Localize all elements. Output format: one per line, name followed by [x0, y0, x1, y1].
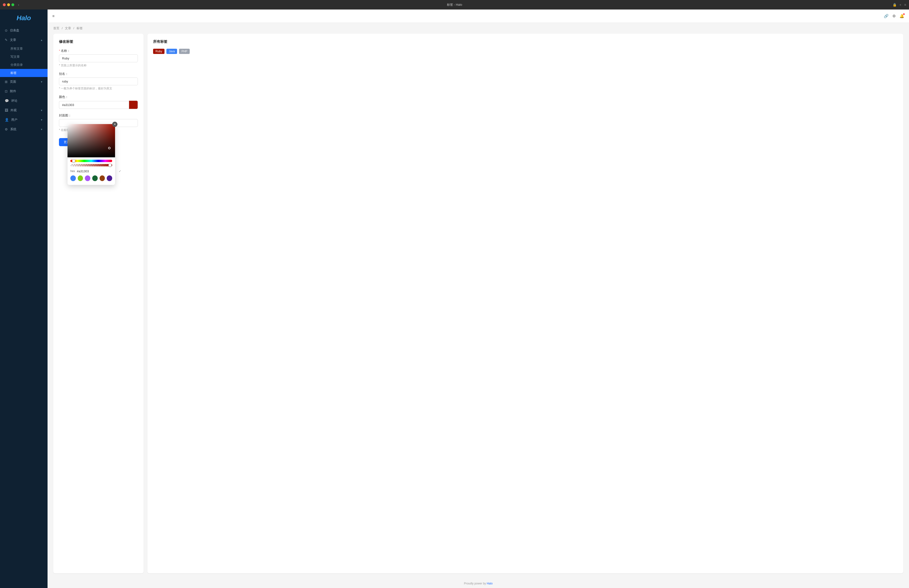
sidebar-item-articles[interactable]: ✎ 文章 ▲: [0, 35, 48, 45]
notification-icon[interactable]: 🔔: [899, 14, 904, 18]
name-hint: * 页面上所显示的名称: [59, 63, 138, 68]
breadcrumb-home[interactable]: 首页: [53, 26, 60, 30]
gradient-dark: [68, 124, 115, 157]
all-tags-card: 所有标签 Ruby Java PHP: [147, 34, 903, 573]
preset-blue[interactable]: [70, 175, 76, 181]
minimize-dot[interactable]: [7, 3, 10, 6]
sidebar: Halo ⊙ 仪表盘 ✎ 文章 ▲ 所有文章 写文章 分类目录 标签 ⊞ 页面 …: [0, 10, 48, 588]
chevron-down-icon-pages: ▼: [40, 81, 43, 83]
cover-label: 封面图：: [59, 113, 138, 118]
lock-icon: 🔒: [893, 3, 897, 6]
slug-label: 别名：: [59, 72, 138, 76]
color-field: 颜色：: [59, 95, 138, 109]
chevron-up-icon: ▲: [40, 39, 43, 41]
footer-text: Proudly power by: [464, 582, 487, 585]
sidebar-label-users: 用户: [11, 118, 17, 122]
sidebar-label-comments: 评论: [11, 99, 17, 103]
settings-icon[interactable]: ⚙: [892, 14, 896, 18]
sidebar-label-system: 系统: [10, 127, 16, 131]
menu-icon-titlebar: ≡: [904, 3, 906, 6]
titlebar: ‹ 标签 - Halo 🔒 + ≡: [0, 0, 909, 10]
color-gradient-area[interactable]: [68, 124, 115, 157]
topbar-left: ≡: [52, 14, 55, 18]
attachments-icon: ⊡: [5, 89, 8, 93]
window-controls: [3, 3, 14, 6]
alpha-overlay: [70, 164, 112, 166]
color-input[interactable]: [59, 101, 129, 109]
window-title: 标签 - Halo: [447, 3, 462, 7]
footer: Proudly power by Halo: [48, 579, 909, 588]
topbar-right: 🔗 ⚙ 🔔: [884, 14, 904, 18]
preset-lime[interactable]: [78, 175, 83, 181]
sidebar-label-dashboard: 仪表盘: [10, 28, 19, 32]
tag-php[interactable]: PHP: [179, 49, 190, 54]
maximize-dot[interactable]: [11, 3, 14, 6]
comments-icon: 💬: [5, 99, 9, 103]
name-input[interactable]: [59, 55, 138, 62]
articles-icon: ✎: [5, 38, 8, 42]
sidebar-label-pages: 页面: [10, 80, 16, 84]
chevron-down-icon-users: ▼: [40, 119, 43, 121]
breadcrumb: 首页 / 文章 / 标签: [48, 23, 909, 34]
dashboard-icon: ⊙: [5, 29, 8, 32]
expand-icon: +: [899, 3, 901, 6]
hamburger-icon[interactable]: ≡: [52, 14, 55, 18]
sidebar-label-attachments: 附件: [10, 89, 16, 94]
back-button[interactable]: ‹: [18, 3, 19, 6]
main-content: ≡ 🔗 ⚙ 🔔 首页 / 文章 / 标签 修改标签: [48, 10, 909, 588]
picker-sliders: [68, 157, 115, 167]
logo: Halo: [0, 10, 48, 26]
system-icon: ⚙: [5, 128, 8, 131]
pages-icon: ⊞: [5, 80, 8, 84]
tag-ruby[interactable]: Ruby: [153, 49, 165, 54]
breadcrumb-current: 标签: [76, 26, 83, 30]
sidebar-item-pages[interactable]: ⊞ 页面 ▼: [0, 77, 48, 87]
breadcrumb-articles[interactable]: 文章: [65, 26, 71, 30]
hex-input[interactable]: [77, 170, 117, 173]
appearance-icon: 🖼: [5, 108, 8, 112]
preset-dark-green[interactable]: [92, 175, 98, 181]
sidebar-item-categories[interactable]: 分类目录: [0, 61, 48, 69]
alpha-slider[interactable]: [70, 164, 112, 166]
topbar: ≡ 🔗 ⚙ 🔔: [48, 10, 909, 23]
tags-panel-title: 所有标签: [153, 39, 898, 44]
link-icon[interactable]: 🔗: [884, 14, 888, 18]
color-label: 颜色：: [59, 95, 138, 99]
hex-confirm-icon[interactable]: ✓: [119, 169, 121, 173]
name-label: * 名称：: [59, 49, 138, 53]
hex-row: hex ✓: [68, 167, 115, 174]
color-swatch[interactable]: [129, 100, 138, 109]
sidebar-item-attachments[interactable]: ⊡ 附件: [0, 87, 48, 96]
content-area: 修改标签 * 名称： * 页面上所显示的名称 别名： * 一般为单个标签页面的标…: [48, 34, 909, 579]
footer-link[interactable]: Halo: [487, 582, 493, 585]
color-picker-popup: ✕: [68, 124, 115, 185]
sidebar-item-system[interactable]: ⚙ 系统 ▼: [0, 124, 48, 134]
hue-slider[interactable]: [70, 160, 112, 162]
sidebar-label-appearance: 外观: [10, 108, 17, 112]
preset-colors: [68, 174, 115, 181]
slug-input[interactable]: [59, 78, 138, 85]
preset-purple[interactable]: [85, 175, 90, 181]
edit-tag-card: 修改标签 * 名称： * 页面上所显示的名称 别名： * 一般为单个标签页面的标…: [53, 34, 144, 573]
sidebar-item-appearance[interactable]: 🖼 外观 ▼: [0, 105, 48, 115]
sidebar-item-dashboard[interactable]: ⊙ 仪表盘: [0, 26, 48, 35]
picker-close-button[interactable]: ✕: [112, 122, 118, 127]
slug-hint: * 一般为单个标签页面的标识，最好为英文: [59, 87, 138, 90]
alpha-thumb: [108, 163, 112, 167]
tag-java[interactable]: Java: [166, 49, 177, 54]
chevron-down-icon-system: ▼: [40, 128, 43, 131]
preset-violet[interactable]: [107, 175, 112, 181]
sidebar-item-tags[interactable]: 标签: [0, 69, 48, 77]
hue-thumb: [72, 159, 75, 163]
close-dot[interactable]: [3, 3, 6, 6]
preset-amber[interactable]: [100, 175, 105, 181]
form-title: 修改标签: [59, 39, 138, 44]
sidebar-item-all-articles[interactable]: 所有文章: [0, 45, 48, 53]
titlebar-right-icons: 🔒 + ≡: [893, 3, 906, 6]
sidebar-item-comments[interactable]: 💬 评论: [0, 96, 48, 105]
sidebar-item-users[interactable]: 👤 用户 ▼: [0, 115, 48, 124]
slug-field: 别名： * 一般为单个标签页面的标识，最好为英文: [59, 72, 138, 90]
sidebar-item-write-article[interactable]: 写文章: [0, 53, 48, 61]
app-layout: Halo ⊙ 仪表盘 ✎ 文章 ▲ 所有文章 写文章 分类目录 标签 ⊞ 页面 …: [0, 10, 909, 588]
notification-dot: [903, 13, 905, 15]
